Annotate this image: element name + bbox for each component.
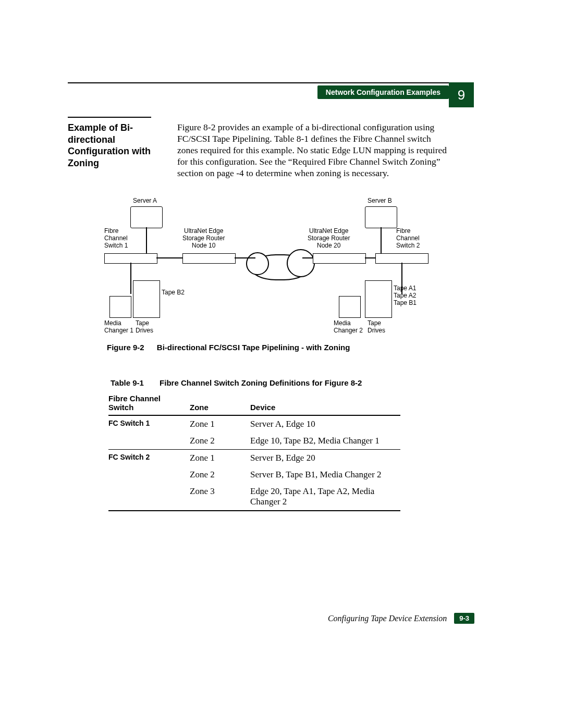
router-10-icon: [182, 253, 236, 264]
connector: [381, 227, 382, 253]
page: Network Configuration Examples 9 Example…: [0, 0, 563, 728]
label-media-changer-2: Media Changer 2: [334, 319, 363, 334]
label-fc-switch-2: Fibre Channel Switch 2: [396, 227, 420, 249]
label-tape-drives-right: Tape Drives: [368, 319, 385, 334]
label-tape-a2: Tape A2: [394, 292, 416, 299]
cell-zone: Zone 2: [190, 433, 250, 450]
connector: [156, 257, 182, 258]
table-label: Table 9-1: [111, 378, 144, 387]
fc-switch-1-icon: [104, 253, 157, 264]
cell-zone: Zone 1: [190, 415, 250, 433]
table-title: Fibre Channel Switch Zoning Definitions …: [160, 378, 362, 387]
section-rule: [68, 117, 151, 118]
label-tape-b2: Tape B2: [162, 289, 185, 296]
cell-device: Server B, Tape B1, Media Changer 2: [250, 466, 400, 483]
page-footer: Configuring Tape Device Extension 9-3: [328, 613, 474, 624]
cell-switch: FC Switch 2: [108, 450, 190, 467]
connector: [146, 227, 147, 253]
table-caption: Table 9-1 Fibre Channel Switch Zoning De…: [111, 378, 362, 387]
col-header-device: Device: [250, 391, 400, 415]
figure-caption: Figure 9-2 Bi-directional FC/SCSI Tape P…: [107, 343, 350, 352]
media-changer-1-icon: [109, 296, 131, 318]
table-header-row: Fibre Channel Switch Zone Device: [108, 391, 400, 415]
cell-switch: [108, 433, 190, 450]
label-router-10: UltraNet Edge Storage Router Node 10: [182, 227, 225, 249]
cell-device: Server B, Edge 20: [250, 450, 400, 467]
cell-switch: [108, 483, 190, 511]
tape-drives-left-icon: [133, 280, 160, 318]
table-row: Zone 3 Edge 20, Tape A1, Tape A2, Media …: [108, 483, 400, 511]
server-b-icon: [365, 206, 397, 228]
server-a-icon: [130, 206, 163, 228]
col-header-switch: Fibre Channel Switch: [108, 391, 190, 415]
section-body-text: Figure 8-2 provides an example of a bi-d…: [177, 122, 454, 179]
label-media-changer-1: Media Changer 1: [104, 319, 133, 334]
media-changer-2-icon: [339, 296, 361, 318]
figure-title: Bi-directional FC/SCSI Tape Pipelining -…: [157, 343, 350, 352]
zoning-table: Fibre Channel Switch Zone Device FC Swit…: [108, 391, 400, 511]
cell-switch: FC Switch 1: [108, 415, 190, 433]
connector: [235, 257, 255, 258]
label-server-b: Server B: [368, 197, 392, 204]
connector: [302, 257, 313, 258]
cell-device: Server A, Edge 10: [250, 415, 400, 433]
label-tape-drives-left: Tape Drives: [136, 319, 153, 334]
cell-device: Edge 10, Tape B2, Media Changer 1: [250, 433, 400, 450]
top-rule: [68, 82, 464, 83]
figure-label: Figure 9-2: [107, 343, 144, 352]
cloud-icon: [250, 254, 310, 280]
table-row: Zone 2 Server B, Tape B1, Media Changer …: [108, 466, 400, 483]
tape-drives-right-icon: [365, 280, 392, 318]
col-header-zone: Zone: [190, 391, 250, 415]
header-section-title: Network Configuration Examples: [317, 85, 449, 99]
network-diagram: Server A Server B Fibre Channel Switch 1…: [104, 197, 443, 332]
footer-page-number: 9-3: [454, 613, 474, 624]
table-row: Zone 2 Edge 10, Tape B2, Media Changer 1: [108, 433, 400, 450]
connector: [130, 263, 131, 294]
label-router-20: UltraNet Edge Storage Router Node 20: [308, 227, 350, 249]
section-heading: Example of Bi-directional Configuration …: [68, 122, 169, 169]
chapter-number-tab: 9: [449, 82, 474, 107]
label-tape-b1: Tape B1: [394, 299, 417, 306]
label-tape-a1: Tape A1: [394, 285, 416, 292]
cell-zone: Zone 2: [190, 466, 250, 483]
connector: [365, 257, 375, 258]
footer-doc-title: Configuring Tape Device Extension: [328, 614, 447, 623]
label-server-a: Server A: [133, 197, 157, 204]
cell-device: Edge 20, Tape A1, Tape A2, Media Changer…: [250, 483, 400, 511]
cell-zone: Zone 1: [190, 450, 250, 467]
fc-switch-2-icon: [375, 253, 429, 264]
router-20-icon: [313, 253, 366, 264]
label-fc-switch-1: Fibre Channel Switch 1: [104, 227, 128, 249]
cell-zone: Zone 3: [190, 483, 250, 511]
cell-switch: [108, 466, 190, 483]
table-row: FC Switch 2 Zone 1 Server B, Edge 20: [108, 450, 400, 467]
table-row: FC Switch 1 Zone 1 Server A, Edge 10: [108, 415, 400, 433]
